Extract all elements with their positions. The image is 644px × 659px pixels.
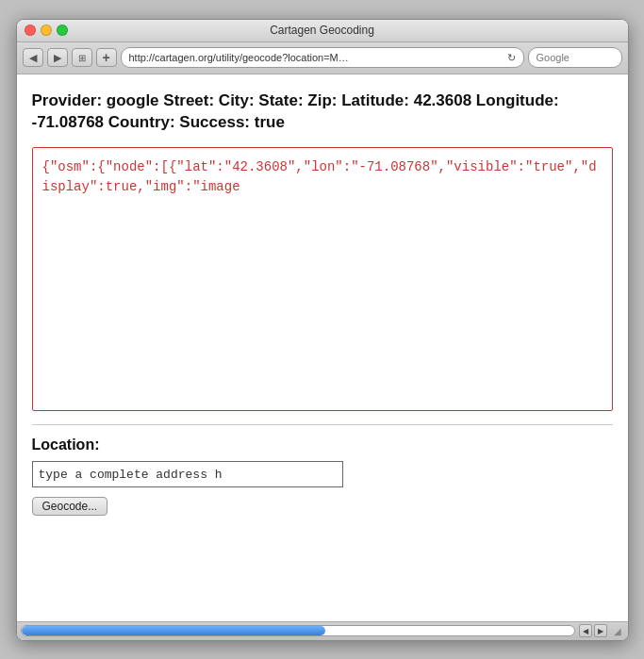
result-text: Provider: google Street: City: State: Zi… [32,90,613,135]
back-icon: ◀ [29,52,37,64]
forward-button[interactable]: ▶ [47,48,68,67]
status-bar: ◀ ▶ ◢ [17,621,628,640]
divider [32,424,613,425]
add-icon: + [102,50,109,65]
json-text: {"osm":{"node":[{"lat":"42.3608","lon":"… [42,159,597,194]
title-bar: Cartagen Geocoding [17,20,628,42]
add-button[interactable]: + [96,48,117,67]
geocode-button[interactable]: Geocode... [32,497,108,516]
url-bar[interactable]: ↻ [121,47,524,68]
search-bar[interactable] [528,47,622,68]
json-result-box: {"osm":{"node":[{"lat":"42.3608","lon":"… [32,147,613,411]
url-input[interactable] [129,52,504,63]
close-button[interactable] [25,25,36,36]
scroll-left-button[interactable]: ◀ [579,624,592,637]
search-input[interactable] [537,52,614,63]
maximize-button[interactable] [57,25,68,36]
refresh-icon[interactable]: ↻ [507,52,516,64]
window-title: Cartagen Geocoding [270,24,374,37]
page-content: Provider: google Street: City: State: Zi… [17,74,628,621]
progress-bar-fill [22,626,325,635]
forward-icon: ▶ [54,52,61,64]
scroll-right-button[interactable]: ▶ [594,624,607,637]
back-button[interactable]: ◀ [23,48,43,67]
minimize-button[interactable] [41,25,52,36]
reload-icon: ⊞ [78,53,86,63]
window-controls [25,25,68,36]
progress-bar-container [21,625,575,636]
browser-window: Cartagen Geocoding ◀ ▶ ⊞ + ↻ Provider: g… [16,19,629,641]
location-label: Location: [32,437,613,453]
scroll-controls: ◀ ▶ [579,624,607,637]
reload-button[interactable]: ⊞ [72,48,92,67]
address-input[interactable] [32,461,343,487]
resize-handle[interactable]: ◢ [611,624,624,637]
toolbar: ◀ ▶ ⊞ + ↻ [17,42,628,74]
